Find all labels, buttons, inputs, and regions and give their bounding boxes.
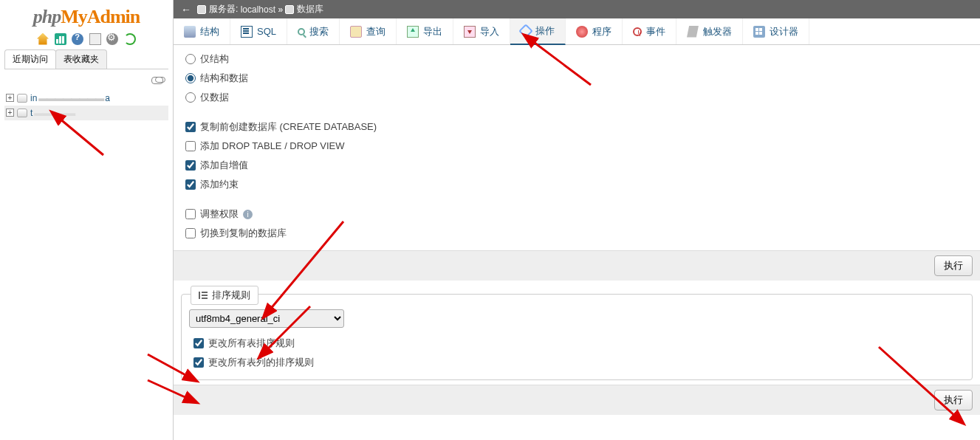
- tab-search[interactable]: 搜索: [287, 18, 340, 44]
- tab-label: SQL: [257, 26, 276, 37]
- check-add-drop[interactable]: 添加 DROP TABLE / DROP VIEW: [181, 137, 973, 156]
- database-icon: [285, 5, 294, 14]
- checkbox-input[interactable]: [185, 122, 196, 132]
- collation-fieldset: 排序规则 utf8mb4_general_ci 更改所有表排序规则 更改所有表列…: [181, 294, 973, 380]
- radio-label: 仅数据: [200, 91, 229, 104]
- checkbox-label: 更改所有表排序规则: [208, 337, 295, 350]
- query-icon: [350, 26, 362, 38]
- tab-import[interactable]: 导入: [453, 18, 510, 44]
- tree-item-db[interactable]: + t ▬▬▬▬▬: [4, 106, 168, 120]
- radio-only-structure[interactable]: 仅结构: [181, 49, 973, 69]
- tab-label: 事件: [646, 25, 665, 38]
- radio-structure-and-data[interactable]: 结构和数据: [181, 69, 973, 88]
- db-link[interactable]: 数据库: [297, 3, 323, 16]
- checkbox-input[interactable]: [193, 357, 204, 368]
- logo-part2: MyAdmin: [61, 6, 140, 27]
- status-icon[interactable]: [55, 33, 66, 45]
- checkbox-input[interactable]: [185, 228, 196, 238]
- db-tree: + in ▬▬▬▬▬▬▬▬ a + t ▬▬▬▬▬: [0, 88, 173, 123]
- designer-icon: [753, 26, 765, 38]
- sidebar-nav-tabs: 近期访问 表收藏夹: [4, 49, 168, 69]
- db-name: in: [30, 93, 37, 103]
- tab-routines[interactable]: 程序: [566, 18, 623, 44]
- db-name-hidden: ▬▬▬▬▬: [34, 108, 75, 118]
- radio-input[interactable]: [185, 92, 196, 103]
- check-create-db[interactable]: 复制前创建数据库 (CREATE DATABASE): [181, 117, 973, 137]
- logo-part1: php: [33, 6, 61, 27]
- help-icon[interactable]: i: [243, 210, 253, 219]
- tab-events[interactable]: 事件: [623, 18, 676, 44]
- server-link[interactable]: localhost: [241, 4, 275, 15]
- check-change-tables-collation[interactable]: 更改所有表排序规则: [189, 334, 964, 353]
- docs-icon[interactable]: [89, 33, 101, 45]
- events-icon: [633, 27, 642, 36]
- check-add-constraints[interactable]: 添加约束: [181, 175, 973, 194]
- phpmyadmin-logo[interactable]: phpMyAdmin: [0, 0, 173, 31]
- checkbox-label: 添加约束: [200, 178, 239, 191]
- operations-icon: [518, 24, 533, 38]
- tab-query[interactable]: 查询: [340, 18, 397, 44]
- exec-row: 执行: [174, 385, 980, 415]
- tab-label: 导入: [480, 25, 499, 38]
- tab-triggers[interactable]: 触发器: [676, 18, 743, 44]
- check-switch-db[interactable]: 切换到复制的数据库: [181, 224, 973, 243]
- collation-legend: 排序规则: [191, 286, 258, 305]
- tab-label: 导出: [423, 25, 442, 38]
- breadcrumb: ← 服务器: localhost » 数据库: [174, 0, 980, 18]
- home-icon[interactable]: [37, 33, 49, 45]
- checkbox-input[interactable]: [193, 338, 204, 348]
- list-icon: [199, 292, 208, 299]
- help-icon[interactable]: [72, 33, 83, 45]
- tab-label: 搜索: [309, 25, 329, 38]
- tab-recent[interactable]: 近期访问: [4, 49, 56, 69]
- check-adjust-priv[interactable]: 调整权限 i: [181, 204, 973, 224]
- execute-button[interactable]: 执行: [934, 255, 973, 276]
- collation-select[interactable]: utf8mb4_general_ci: [189, 309, 344, 328]
- check-add-ai[interactable]: 添加自增值: [181, 156, 973, 175]
- checkbox-input[interactable]: [185, 209, 196, 219]
- tab-label: 查询: [366, 25, 386, 38]
- tab-favorites[interactable]: 表收藏夹: [55, 49, 107, 69]
- server-label: 服务器:: [209, 3, 238, 16]
- reload-icon[interactable]: [124, 33, 136, 45]
- radio-input[interactable]: [185, 54, 196, 64]
- tab-designer[interactable]: 设计器: [743, 18, 809, 44]
- link-pane-icon-row: [0, 69, 173, 88]
- top-tabs: 结构 SQL 搜索 查询 导出 导入 操作 程序 事件 触发器 设计器: [174, 18, 980, 45]
- checkbox-input[interactable]: [185, 160, 196, 171]
- checkbox-input[interactable]: [185, 179, 196, 190]
- checkbox-input[interactable]: [185, 141, 196, 151]
- radio-input[interactable]: [185, 73, 196, 83]
- exec-row: 执行: [174, 250, 980, 281]
- tab-label: 操作: [535, 24, 555, 38]
- back-icon[interactable]: ←: [181, 4, 191, 16]
- tab-export[interactable]: 导出: [397, 18, 453, 44]
- search-icon: [298, 28, 305, 35]
- tab-structure[interactable]: 结构: [174, 18, 230, 44]
- checkbox-label: 切换到复制的数据库: [200, 227, 287, 240]
- sidebar: phpMyAdmin 近期访问 表收藏夹 + in ▬▬▬▬▬▬▬▬ a: [0, 0, 174, 440]
- radio-label: 仅结构: [200, 52, 229, 66]
- tab-label: 触发器: [703, 25, 732, 38]
- radio-only-data[interactable]: 仅数据: [181, 88, 973, 107]
- tab-label: 结构: [200, 25, 219, 38]
- expand-icon[interactable]: +: [6, 109, 14, 117]
- checkbox-label: 复制前创建数据库 (CREATE DATABASE): [200, 120, 377, 134]
- expand-icon[interactable]: +: [6, 94, 14, 102]
- check-change-columns-collation[interactable]: 更改所有表列的排序规则: [189, 353, 964, 372]
- tab-sql[interactable]: SQL: [230, 18, 287, 44]
- tab-label: 设计器: [770, 25, 798, 38]
- main-panel: ← 服务器: localhost » 数据库 结构 SQL 搜索 查询 导出 导…: [174, 0, 980, 440]
- structure-icon: [184, 26, 196, 38]
- tab-operations[interactable]: 操作: [510, 18, 566, 45]
- tab-label: 程序: [592, 25, 611, 38]
- tree-item-db[interactable]: + in ▬▬▬▬▬▬▬▬ a: [4, 91, 168, 106]
- settings-icon[interactable]: [106, 33, 118, 45]
- db-name-hidden: ▬▬▬▬▬▬▬▬: [38, 93, 103, 103]
- legend-label: 排序规则: [212, 289, 250, 302]
- link-icon[interactable]: [155, 77, 165, 83]
- execute-button[interactable]: 执行: [934, 390, 973, 410]
- database-icon: [17, 109, 27, 117]
- db-name-suffix: a: [105, 93, 110, 103]
- radio-label: 结构和数据: [200, 72, 248, 85]
